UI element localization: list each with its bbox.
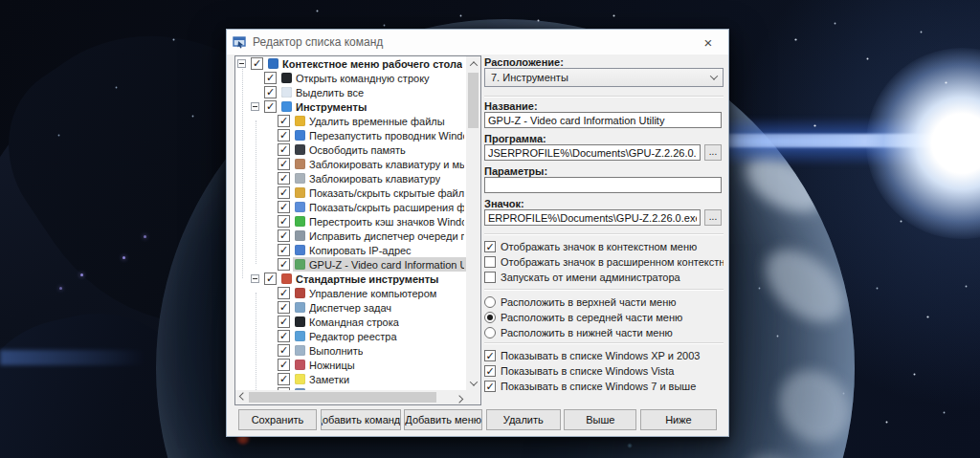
tree-checkbox[interactable]: ✓ xyxy=(278,244,290,256)
tree-checkbox[interactable]: ✓ xyxy=(278,186,290,199)
checkbox-icon[interactable] xyxy=(484,272,496,283)
tree-item[interactable]: ✓Ножницы xyxy=(235,358,466,372)
program-field[interactable] xyxy=(484,144,701,161)
tree-checkbox[interactable]: ✓ xyxy=(278,301,290,314)
checkbox-icon[interactable] xyxy=(484,256,496,268)
tree-checkbox[interactable]: ✓ xyxy=(278,201,290,213)
tree-item[interactable]: ✓Выделить все xyxy=(235,85,466,99)
radio-option[interactable]: Расположить в верхней части меню xyxy=(484,294,724,310)
checkbox-option[interactable]: ✓Показывать в списке Windows XP и 2003 xyxy=(484,348,724,363)
scroll-left-arrow-icon[interactable] xyxy=(235,390,250,404)
delete-button[interactable]: Удалить xyxy=(486,409,561,430)
move-down-button[interactable]: Ниже xyxy=(640,409,717,430)
tree-checkbox[interactable]: ✓ xyxy=(278,330,290,342)
close-button[interactable]: × xyxy=(694,32,723,53)
tree-item[interactable]: ✓Исправить диспетчер очереди печати xyxy=(235,229,466,243)
collapse-minus-icon[interactable] xyxy=(251,102,259,111)
radio-icon[interactable] xyxy=(484,296,496,308)
tree-item[interactable]: ✓Удалить временные файлы xyxy=(235,114,466,128)
tree-item[interactable]: ✓Управление компьютером xyxy=(235,286,466,300)
tree-item[interactable]: ✓Копировать IP-адрес xyxy=(235,243,466,257)
tree-item-core: Исправить диспетчер очереди печати xyxy=(293,229,466,243)
tree-checkbox[interactable]: ✓ xyxy=(278,172,290,185)
tree-checkbox[interactable]: ✓ xyxy=(278,344,290,357)
tree-checkbox[interactable]: ✓ xyxy=(264,100,277,113)
move-up-button[interactable]: Выше xyxy=(564,409,636,430)
tree-expander[interactable] xyxy=(251,102,264,111)
tree-checkbox[interactable]: ✓ xyxy=(278,158,290,170)
tree-checkbox[interactable]: ✓ xyxy=(251,57,263,70)
tree-checkbox[interactable]: ✓ xyxy=(278,258,290,271)
checkbox-icon[interactable]: ✓ xyxy=(484,381,496,392)
tree-checkbox[interactable]: ✓ xyxy=(278,129,290,142)
tree-horizontal-scrollbar[interactable] xyxy=(235,390,466,404)
radio-icon[interactable] xyxy=(484,312,496,323)
tree-item[interactable]: ✓GPU-Z - Video card Information Utility xyxy=(235,257,466,272)
radio-icon[interactable] xyxy=(484,327,496,338)
scroll-down-arrow-icon[interactable] xyxy=(466,376,480,390)
tree-checkbox[interactable]: ✓ xyxy=(264,72,277,84)
checkbox-icon[interactable]: ✓ xyxy=(484,241,496,252)
tree-checkbox[interactable]: ✓ xyxy=(278,115,290,127)
location-dropdown[interactable]: 7. Инструменты xyxy=(484,68,724,87)
add-menu-button[interactable]: Добавить меню xyxy=(404,409,482,430)
tree-expander[interactable] xyxy=(251,274,264,283)
tree-checkbox[interactable]: ✓ xyxy=(278,316,290,328)
tree-item[interactable]: ✓Выполнить xyxy=(235,343,466,358)
checkbox-option[interactable]: Отображать значок в расширенном контекст… xyxy=(484,254,724,270)
tree-item[interactable]: ✓Командная строка xyxy=(235,315,466,329)
blue-glow xyxy=(627,443,633,448)
tree-item[interactable]: ✓Заблокировать клавиатуру и мышь xyxy=(235,157,466,171)
name-field[interactable] xyxy=(484,112,722,128)
program-browse-button[interactable]: ... xyxy=(704,144,722,161)
scroll-right-arrow-icon[interactable] xyxy=(452,390,466,404)
tree-item[interactable]: ✓Заметки xyxy=(235,372,466,386)
checkbox-icon[interactable]: ✓ xyxy=(484,365,496,377)
tree-checkbox[interactable]: ✓ xyxy=(278,229,290,242)
checkbox-icon[interactable]: ✓ xyxy=(484,350,496,361)
tree-item[interactable]: ✓Инструменты xyxy=(235,99,466,114)
horizontal-scroll-thumb[interactable] xyxy=(249,392,436,403)
tree-checkbox[interactable]: ✓ xyxy=(278,359,290,371)
tree-checkbox[interactable]: ✓ xyxy=(278,287,290,299)
checkbox-option[interactable]: ✓Показывать в списке Windows Vista xyxy=(484,363,724,379)
tree-item-core: Управление компьютером xyxy=(293,286,438,300)
collapse-minus-icon[interactable] xyxy=(251,274,259,283)
tree-item[interactable]: ✓Перестроить кэш значков Windows xyxy=(235,214,466,229)
tree-checkbox[interactable]: ✓ xyxy=(264,273,277,285)
tree-item[interactable]: ✓Открыть командную строку xyxy=(235,71,466,85)
tree-expander[interactable] xyxy=(237,59,251,68)
tree-item-core: Заметки xyxy=(293,372,351,386)
command-tree: ✓Контекстное меню рабочего стола✓Открыть… xyxy=(235,56,466,390)
icon-field[interactable] xyxy=(484,209,701,226)
tree-item[interactable]: ✓Диспетчер задач xyxy=(235,300,466,315)
add-command-button[interactable]: Добавить команду xyxy=(321,409,401,430)
tree-checkbox[interactable]: ✓ xyxy=(278,143,290,156)
tree-item[interactable]: ✓Заблокировать клавиатуру xyxy=(235,171,466,185)
parameters-field[interactable] xyxy=(484,177,722,193)
tree-checkbox[interactable]: ✓ xyxy=(278,373,290,385)
tree-item[interactable]: ✓Редактор реестра xyxy=(235,329,466,343)
vertical-scroll-thumb[interactable] xyxy=(468,73,479,128)
radio-option[interactable]: Расположить в середней части меню xyxy=(484,310,724,325)
collapse-minus-icon[interactable] xyxy=(237,59,246,68)
checkbox-option[interactable]: ✓Отображать значок в контекстном меню xyxy=(484,239,724,254)
radio-option[interactable]: Расположить в нижней части меню xyxy=(484,325,724,340)
location-value: 7. Инструменты xyxy=(491,72,711,83)
tree-vertical-scrollbar[interactable] xyxy=(466,56,480,390)
stars xyxy=(0,0,1,1)
checkbox-option[interactable]: Запускать от имени администратора xyxy=(484,270,724,285)
tree-item[interactable]: ✓Стандартные инструменты xyxy=(235,272,466,286)
tree-item[interactable]: ✓Показать/скрыть расширения файлов xyxy=(235,200,466,214)
tree-checkbox[interactable]: ✓ xyxy=(278,215,290,228)
network-ip-icon xyxy=(295,245,305,255)
icon-browse-button[interactable]: ... xyxy=(704,209,722,226)
tree-item[interactable]: ✓Перезапустить проводник Windows xyxy=(235,128,466,142)
checkbox-option[interactable]: ✓Показывать в списке Windows 7 и выше xyxy=(484,379,724,394)
tree-item[interactable]: ✓Контекстное меню рабочего стола xyxy=(235,56,466,71)
scroll-up-arrow-icon[interactable] xyxy=(466,56,480,71)
save-button[interactable]: Сохранить xyxy=(238,409,317,430)
tree-item[interactable]: ✓Показать/скрыть скрытые файлы и папки xyxy=(235,185,466,200)
tree-item[interactable]: ✓Освободить память xyxy=(235,142,466,157)
tree-checkbox[interactable]: ✓ xyxy=(264,86,277,98)
